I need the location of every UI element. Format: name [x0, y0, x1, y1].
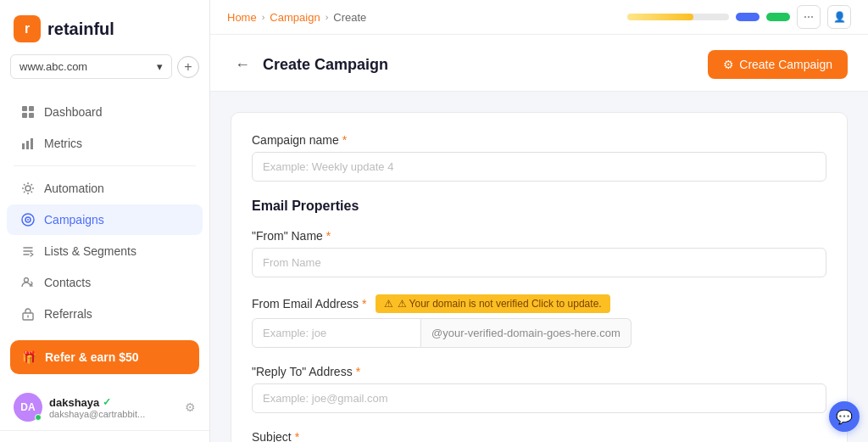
- lists-segments-label: Lists & Segments: [44, 244, 136, 258]
- create-campaign-label: Create Campaign: [739, 58, 832, 71]
- warning-icon: ⚠: [384, 298, 393, 310]
- from-email-label-row: From Email Address * ⚠ ⚠ Your domain is …: [252, 294, 826, 313]
- reply-to-input[interactable]: [252, 383, 826, 413]
- topbar-green-button[interactable]: [766, 13, 790, 21]
- reply-to-required: *: [356, 365, 360, 378]
- from-email-required: *: [362, 297, 366, 311]
- svg-rect-1: [29, 106, 34, 111]
- referrals-label: Referrals: [44, 307, 92, 321]
- contacts-label: Contacts: [44, 276, 91, 289]
- page-title: Create Campaign: [263, 56, 388, 74]
- sidebar-item-contacts[interactable]: Contacts: [7, 267, 203, 298]
- email-input-group: @your-verified-domain-goes-here.com: [252, 318, 826, 348]
- svg-point-11: [25, 278, 29, 283]
- svg-rect-5: [26, 141, 29, 149]
- verified-icon: ✓: [103, 396, 111, 408]
- from-name-group: "From" Name *: [252, 229, 826, 277]
- svg-rect-2: [22, 113, 27, 118]
- chat-bubble-button[interactable]: 💬: [829, 401, 860, 432]
- sidebar-item-automation[interactable]: Automation: [7, 173, 203, 204]
- topbar: Home › Campaign › Create ⋯ 👤: [210, 0, 868, 35]
- domain-warning-text: ⚠ Your domain is not verified Click to u…: [398, 298, 602, 310]
- form-card: Campaign name * Email Properties "From" …: [231, 112, 848, 442]
- campaigns-icon: [20, 212, 36, 227]
- topbar-actions: ⋯ 👤: [627, 5, 851, 29]
- user-section: DA dakshaya ✓ dakshaya@cartrabbit... ⚙: [0, 384, 209, 430]
- nav-divider: [14, 165, 196, 166]
- topbar-blue-button[interactable]: [736, 13, 760, 21]
- add-store-button[interactable]: +: [177, 56, 199, 78]
- subject-required: *: [295, 430, 299, 442]
- svg-point-10: [27, 219, 29, 221]
- from-name-label: "From" Name *: [252, 229, 826, 243]
- nav-section: Dashboard Metrics Automation Campaigns: [0, 92, 209, 333]
- sidebar-item-campaigns[interactable]: Campaigns: [7, 204, 203, 235]
- store-url: www.abc.com: [19, 60, 87, 73]
- from-name-input[interactable]: [252, 248, 826, 277]
- user-email: dakshaya@cartrabbit...: [49, 409, 178, 419]
- logo-area: r retainful: [0, 0, 209, 54]
- chat-icon: 💬: [836, 409, 853, 425]
- store-selector: www.abc.com ▾ +: [10, 54, 199, 79]
- content-area: ← Create Campaign ⚙ Create Campaign Camp…: [210, 35, 868, 442]
- form-container: Campaign name * Email Properties "From" …: [210, 92, 868, 442]
- campaigns-label: Campaigns: [44, 213, 104, 227]
- breadcrumb: Home › Campaign › Create: [227, 11, 366, 24]
- user-info: dakshaya ✓ dakshaya@cartrabbit...: [49, 396, 178, 419]
- campaign-name-group: Campaign name *: [252, 133, 826, 182]
- automation-icon: [20, 181, 36, 196]
- breadcrumb-sep-1: ›: [262, 12, 265, 22]
- settings-icon[interactable]: ⚙: [185, 400, 196, 414]
- help-bar[interactable]: Got 2 minutes to help Retainful? ▲: [0, 430, 209, 442]
- lists-icon: [20, 243, 36, 259]
- back-button[interactable]: ←: [231, 53, 254, 76]
- from-email-label: From Email Address *: [252, 297, 367, 311]
- page-header: ← Create Campaign ⚙ Create Campaign: [210, 35, 868, 92]
- sidebar-item-referrals[interactable]: Referrals: [7, 299, 203, 329]
- breadcrumb-home[interactable]: Home: [227, 11, 257, 24]
- contacts-icon: [20, 275, 36, 290]
- refer-earn-banner[interactable]: 🎁 Refer & earn $50: [10, 340, 199, 374]
- sidebar: r retainful www.abc.com ▾ + Dashboard Me…: [0, 0, 210, 442]
- create-campaign-button[interactable]: ⚙ Create Campaign: [708, 50, 848, 79]
- sidebar-item-dashboard[interactable]: Dashboard: [7, 97, 203, 127]
- svg-point-7: [25, 186, 31, 191]
- email-local-input[interactable]: [252, 318, 421, 348]
- progress-fill: [627, 14, 693, 20]
- metrics-icon: [20, 136, 36, 151]
- topbar-menu-icon[interactable]: ⋯: [797, 5, 821, 29]
- email-properties-title: Email Properties: [252, 199, 826, 214]
- dropdown-chevron-icon: ▾: [157, 60, 163, 73]
- svg-rect-6: [31, 138, 33, 149]
- email-domain-display: @your-verified-domain-goes-here.com: [421, 318, 632, 348]
- required-star: *: [342, 133, 347, 147]
- topbar-user-icon[interactable]: 👤: [827, 5, 851, 29]
- sidebar-item-metrics[interactable]: Metrics: [7, 128, 203, 159]
- refer-icon: 🎁: [22, 350, 36, 364]
- main-content: Home › Campaign › Create ⋯ 👤 ← Create Ca…: [210, 0, 868, 442]
- store-dropdown[interactable]: www.abc.com ▾: [10, 54, 172, 79]
- reply-to-group: "Reply To" Address *: [252, 365, 826, 413]
- campaign-name-input[interactable]: [252, 152, 826, 182]
- dashboard-label: Dashboard: [44, 105, 103, 119]
- user-name: dakshaya ✓: [49, 396, 178, 409]
- svg-rect-4: [22, 143, 25, 149]
- referrals-icon: [20, 306, 36, 322]
- create-campaign-icon: ⚙: [723, 58, 734, 71]
- progress-bar: [627, 14, 729, 20]
- campaign-name-label: Campaign name *: [252, 133, 826, 147]
- page-header-left: ← Create Campaign: [231, 53, 388, 76]
- automation-label: Automation: [44, 182, 104, 195]
- subject-group: Subject *: [252, 430, 826, 442]
- subject-label: Subject *: [252, 430, 826, 442]
- breadcrumb-current: Create: [333, 11, 366, 24]
- breadcrumb-campaign[interactable]: Campaign: [270, 11, 320, 24]
- sidebar-item-lists-segments[interactable]: Lists & Segments: [7, 236, 203, 266]
- logo-text: retainful: [47, 20, 114, 39]
- from-name-required: *: [326, 229, 331, 243]
- domain-warning-badge[interactable]: ⚠ ⚠ Your domain is not verified Click to…: [376, 294, 610, 313]
- reply-to-label: "Reply To" Address *: [252, 365, 826, 378]
- from-email-group: From Email Address * ⚠ ⚠ Your domain is …: [252, 294, 826, 348]
- metrics-label: Metrics: [44, 137, 82, 150]
- logo-icon: r: [14, 15, 41, 42]
